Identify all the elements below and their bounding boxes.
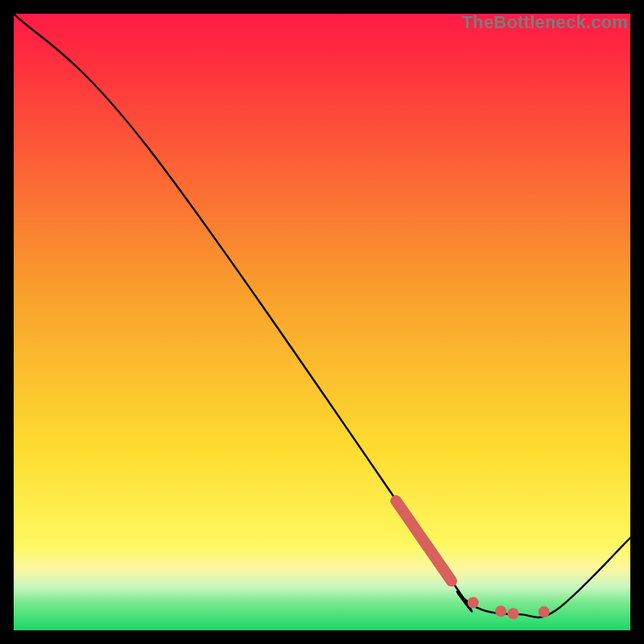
marker-dot — [495, 605, 506, 617]
watermark: TheBottleneck.com — [462, 12, 628, 33]
marker-dot — [539, 606, 550, 617]
bottleneck-chart — [14, 14, 630, 630]
marker-dot — [468, 597, 479, 609]
chart-frame: TheBottleneck.com — [14, 14, 630, 630]
gradient-bg — [14, 14, 630, 630]
marker-dot — [507, 608, 518, 619]
